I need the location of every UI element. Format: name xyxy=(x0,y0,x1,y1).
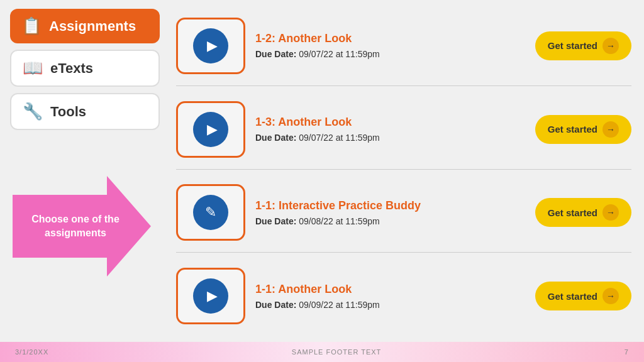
due-label: Due Date: xyxy=(255,49,296,59)
play-triangle-icon: ▶ xyxy=(207,121,218,138)
assignment-title: 1-1: Interactive Practice Buddy xyxy=(255,199,525,212)
assignment-thumb: ▶ xyxy=(176,268,245,324)
arrow-right-icon: → xyxy=(602,121,619,138)
assignments-icon: 📋 xyxy=(21,16,42,36)
arrow-right-icon: → xyxy=(602,288,619,304)
due-value: 09/08/22 at 11:59pm xyxy=(299,216,379,226)
assignment-due: Due Date: 09/07/22 at 11:59pm xyxy=(255,133,525,143)
assignment-info: 1-3: Another LookDue Date: 09/07/22 at 1… xyxy=(255,116,525,143)
arrow-label: Choose one of the assignments xyxy=(13,212,151,241)
get-started-label: Get started xyxy=(548,207,597,218)
assignment-info: 1-2: Another LookDue Date: 09/07/22 at 1… xyxy=(255,32,525,59)
get-started-button[interactable]: Get started→ xyxy=(535,198,631,227)
arrow-right-icon: → xyxy=(602,38,619,54)
assignment-item: ✎1-1: Interactive Practice BuddyDue Date… xyxy=(176,173,631,253)
assignment-thumb: ▶ xyxy=(176,18,245,74)
due-value: 09/07/22 at 11:59pm xyxy=(299,133,379,143)
main-content: ▶1-2: Another LookDue Date: 09/07/22 at … xyxy=(170,0,644,342)
get-started-label: Get started xyxy=(548,40,597,51)
nav-tools[interactable]: 🔧 Tools xyxy=(10,93,160,130)
assignment-title: 1-3: Another Look xyxy=(255,116,525,129)
assignment-item: ▶1-3: Another LookDue Date: 09/07/22 at … xyxy=(176,90,631,170)
play-icon: ▶ xyxy=(193,112,228,147)
choose-arrow-area: Choose one of the assignments xyxy=(6,176,157,277)
assignment-due: Due Date: 09/09/22 at 11:59pm xyxy=(255,300,525,310)
footer: 3/1/20XX SAMPLE FOOTER TEXT 7 xyxy=(0,342,644,362)
assignment-info: 1-1: Interactive Practice BuddyDue Date:… xyxy=(255,199,525,226)
footer-right: 7 xyxy=(625,348,629,356)
tools-icon: 🔧 xyxy=(23,102,43,121)
assignment-title: 1-1: Another Look xyxy=(255,283,525,296)
due-label: Due Date: xyxy=(255,216,296,226)
play-triangle-icon: ▶ xyxy=(207,38,218,54)
etexts-label: eTexts xyxy=(50,60,93,77)
play-icon: ▶ xyxy=(193,28,228,63)
tools-label: Tools xyxy=(50,104,86,120)
edit-pencil-icon: ✎ xyxy=(205,204,216,221)
assignment-due: Due Date: 09/08/22 at 11:59pm xyxy=(255,216,525,226)
due-value: 09/09/22 at 11:59pm xyxy=(299,300,379,310)
assignment-thumb: ▶ xyxy=(176,101,245,158)
footer-center: SAMPLE FOOTER TEXT xyxy=(292,348,382,356)
play-triangle-icon: ▶ xyxy=(207,288,218,304)
play-icon: ▶ xyxy=(193,278,228,314)
arrow-shape: Choose one of the assignments xyxy=(13,176,151,277)
footer-left: 3/1/20XX xyxy=(15,348,48,356)
assignment-item: ▶1-2: Another LookDue Date: 09/07/22 at … xyxy=(176,6,631,86)
get-started-button[interactable]: Get started→ xyxy=(535,115,631,144)
etexts-icon: 📖 xyxy=(23,58,43,78)
edit-icon: ✎ xyxy=(193,195,228,230)
assignments-label: Assignments xyxy=(49,18,136,35)
assignment-item: ▶1-1: Another LookDue Date: 09/09/22 at … xyxy=(176,256,631,336)
arrow-right-icon: → xyxy=(602,204,619,221)
nav-assignments[interactable]: 📋 Assignments xyxy=(10,9,160,43)
sidebar: 📋 Assignments 📖 eTexts 🔧 Tools xyxy=(0,0,170,342)
get-started-label: Get started xyxy=(548,124,597,134)
get-started-label: Get started xyxy=(548,291,597,302)
assignment-thumb: ✎ xyxy=(176,184,245,241)
assignment-info: 1-1: Another LookDue Date: 09/09/22 at 1… xyxy=(255,283,525,310)
get-started-button[interactable]: Get started→ xyxy=(535,31,631,60)
due-value: 09/07/22 at 11:59pm xyxy=(299,49,379,59)
assignment-title: 1-2: Another Look xyxy=(255,32,525,45)
due-label: Due Date: xyxy=(255,300,296,310)
get-started-button[interactable]: Get started→ xyxy=(535,282,631,310)
due-label: Due Date: xyxy=(255,133,296,143)
nav-etexts[interactable]: 📖 eTexts xyxy=(10,50,160,87)
assignment-due: Due Date: 09/07/22 at 11:59pm xyxy=(255,49,525,59)
